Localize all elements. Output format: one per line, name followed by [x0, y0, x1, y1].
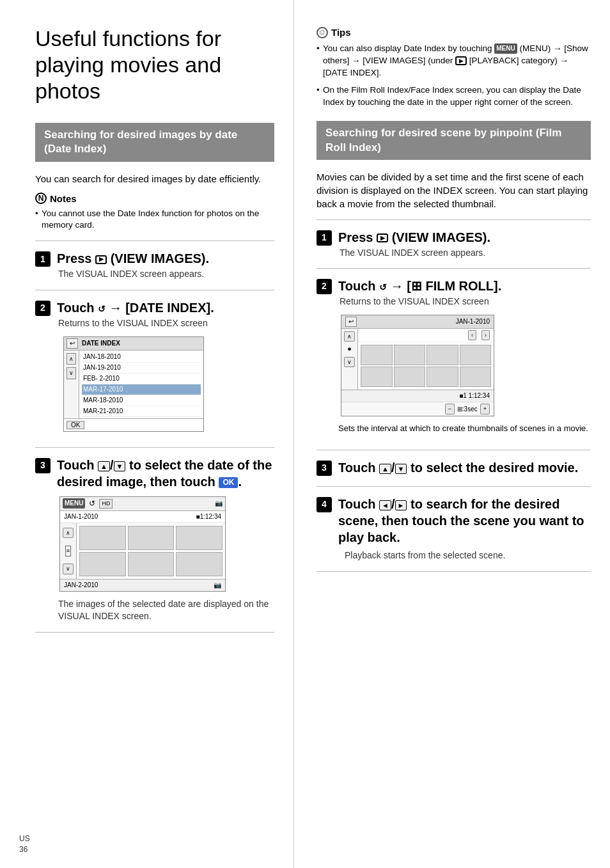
right-step-4-num: 4 [317, 497, 332, 512]
vis-body: ∧ ≡ ∨ [60, 523, 225, 579]
list-item-3-selected[interactable]: MAR-17-2010 [82, 384, 201, 395]
vis-up-btn[interactable]: ∧ [63, 528, 74, 539]
section-header-date-index: Searching for desired images by date (Da… [35, 123, 274, 161]
left-step-3: 3 Touch ▲/▼ to select the date of the de… [35, 457, 274, 623]
film-caption: Sets the interval at which to create thu… [338, 423, 591, 434]
screen-back-btn[interactable]: ↩ [66, 338, 78, 349]
view-images-icon-right: ▶ [377, 233, 388, 242]
film-up-btn[interactable]: ∧ [344, 331, 355, 342]
right-step-4-sub: Playback starts from the selected scene. [345, 549, 591, 562]
film-top-bar: ↩ JAN-1-2010 [341, 315, 494, 329]
right-nav-icon[interactable]: ► [395, 500, 407, 510]
vis-cell-1[interactable] [79, 526, 126, 550]
screen-title: DATE INDEX [82, 339, 120, 348]
left-step-2: 2 Touch ↺ → [DATE INDEX]. Returns to the… [35, 299, 274, 438]
playback-icon-tip: ▶ [455, 56, 467, 65]
view-images-icon-1: ▶ [95, 255, 107, 264]
film-left-btn[interactable]: ‹ [468, 330, 476, 341]
divider-3 [35, 447, 274, 448]
vis-cell-6[interactable] [176, 552, 223, 576]
film-bottom-bar: ■1 1:12:34 [341, 390, 494, 402]
right-step-2-label2: → [⊞ FILM ROLL]. [391, 279, 502, 293]
list-item-1[interactable]: JAN-19-2010 [82, 363, 201, 374]
down-nav-icon[interactable]: ▼ [114, 461, 126, 471]
film-cell-7[interactable] [426, 367, 458, 387]
film-cell-3[interactable] [426, 345, 458, 365]
left-nav-icon[interactable]: ◄ [379, 500, 391, 510]
film-cell-8[interactable] [460, 367, 492, 387]
right-step-2: 2 Touch ↺ → [⊞ FILM ROLL]. Returns to th… [317, 278, 591, 441]
footer-region: US [19, 834, 30, 843]
vis-cell-2[interactable] [128, 526, 175, 550]
film-cell-4[interactable] [460, 345, 492, 365]
screen-ok-row: OK [64, 418, 203, 431]
step-3-content: Touch ▲/▼ to select the date of the desi… [57, 457, 274, 623]
film-roll-screen: ↩ JAN-1-2010 ∧ ● ∨ ‹ [341, 315, 494, 416]
film-interval-bar: − ⊞:3sec + [341, 402, 494, 416]
right-step-2-num: 2 [317, 279, 332, 294]
vis-grid [77, 523, 225, 579]
visual-index-screen: MENU ↺ HD 📷 JAN-1-2010 ■1:12:34 ∧ ≡ ∨ [59, 496, 226, 592]
down-btn-screen[interactable]: ∨ [66, 367, 76, 379]
tips-icon: ☺ [317, 27, 328, 38]
step-1-press: Press [57, 251, 92, 265]
right-step-4-touch: Touch [338, 497, 376, 511]
film-cells-area: ‹ › [358, 329, 494, 390]
up-btn-screen[interactable]: ∧ [66, 353, 76, 365]
right-step-1-label: Press ▶ (VIEW IMAGES). [338, 229, 591, 246]
right-step-4-label: Touch ◄/► to search for the desired scen… [338, 496, 591, 546]
list-item-2[interactable]: FEB- 2-2010 [82, 374, 201, 384]
film-down-btn[interactable]: ∨ [344, 357, 355, 368]
tip-1-prefix: You can also display Date Index by touch… [323, 43, 494, 53]
list-item-0[interactable]: JAN-18-2010 [82, 352, 201, 363]
vis-date-bottom: JAN-2-2010 [64, 581, 98, 590]
up-nav-icon[interactable]: ▲ [98, 461, 110, 471]
interval-label: ⊞:3sec [457, 405, 478, 414]
list-item-5[interactable]: MAR-21-2010 [82, 406, 201, 417]
up-nav-right[interactable]: ▲ [379, 464, 391, 474]
right-step-2-sub: Returns to the VISUAL INDEX screen [340, 296, 591, 308]
minus-btn[interactable]: − [445, 404, 455, 414]
right-step-3-label2: to select the desired movie. [411, 461, 578, 475]
right-step-2-touch: Touch [338, 279, 376, 293]
right-step-1-content: Press ▶ (VIEW IMAGES). The VISUAL INDEX … [338, 229, 591, 260]
film-sidebar: ∧ ● ∨ [341, 329, 358, 390]
page-title: Useful functions for playing movies and … [35, 26, 274, 104]
right-step-2-label: Touch ↺ → [⊞ FILM ROLL]. [338, 278, 591, 294]
vis-time: ■1:12:34 [196, 512, 221, 521]
vis-down-btn[interactable]: ∨ [63, 564, 74, 574]
right-divider-3 [317, 450, 591, 450]
film-date: JAN-1-2010 [456, 317, 490, 326]
plus-btn[interactable]: + [480, 404, 490, 414]
rotate-icon-vis: ↺ [89, 498, 95, 509]
menu-icon[interactable]: MENU [63, 498, 85, 509]
right-step-2-content: Touch ↺ → [⊞ FILM ROLL]. Returns to the … [338, 278, 591, 441]
divider-2 [35, 290, 274, 290]
vis-cell-3[interactable] [176, 526, 223, 550]
film-cell-2[interactable] [394, 345, 426, 365]
down-nav-right[interactable]: ▼ [395, 464, 407, 474]
film-back-btn[interactable]: ↩ [345, 317, 357, 327]
notes-icon: N [35, 193, 47, 204]
step-2-sub: Returns to the VISUAL INDEX screen [58, 317, 274, 330]
vis-cell-5[interactable] [128, 552, 175, 576]
ok-button[interactable]: OK [219, 477, 238, 489]
divider-4 [35, 632, 274, 633]
tip-item-2: On the Film Roll Index/Face Index screen… [317, 84, 591, 109]
film-cell-6[interactable] [394, 367, 426, 387]
hd-icon: HD [99, 499, 113, 509]
right-step-3-touch: Touch [338, 461, 376, 475]
screen-top-bar: ↩ DATE INDEX [64, 337, 203, 351]
vis-cell-4[interactable] [79, 552, 126, 576]
film-cell-1[interactable] [361, 345, 393, 365]
note-item-1: You cannot use the Date Index function f… [35, 208, 274, 232]
page: Useful functions for playing movies and … [0, 0, 610, 868]
notes-header: N Notes [35, 192, 274, 205]
divider-1 [35, 241, 274, 241]
tip-item-1: You can also display Date Index by touch… [317, 43, 591, 79]
list-item-4[interactable]: MAR-18-2010 [82, 395, 201, 406]
screen-sidebar: ∧ ∨ [64, 351, 79, 418]
film-right-btn[interactable]: › [481, 330, 490, 341]
film-cell-5[interactable] [361, 367, 393, 387]
screen-ok-btn[interactable]: OK [66, 421, 84, 429]
